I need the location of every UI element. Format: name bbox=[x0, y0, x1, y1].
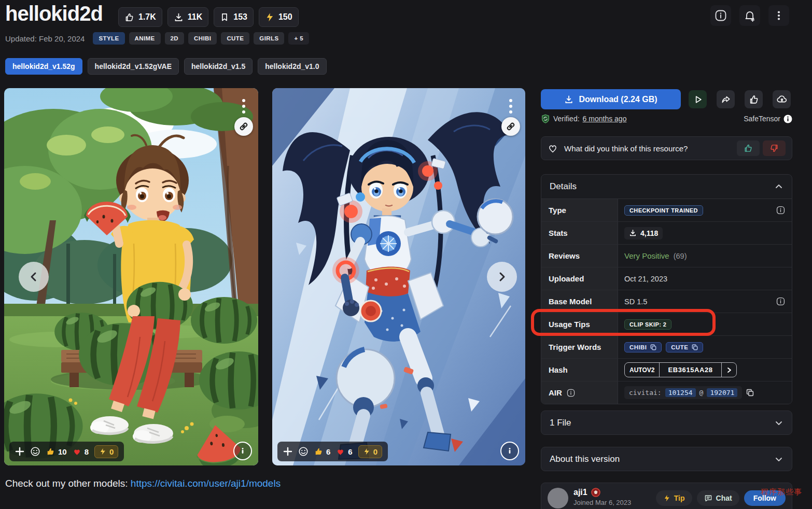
run-model-button[interactable] bbox=[689, 90, 707, 108]
info-button[interactable] bbox=[710, 5, 731, 26]
emoji-reaction-icon[interactable] bbox=[30, 446, 40, 457]
carousel-next-button[interactable] bbox=[487, 262, 517, 292]
notification-button[interactable] bbox=[739, 5, 760, 26]
bookmark-icon bbox=[220, 12, 229, 22]
tag-girls[interactable]: GIRLS bbox=[254, 32, 284, 45]
civitai-model-page: hellokid2d 1.7K 11K 153 150 Updated bbox=[0, 0, 812, 509]
trigger-word-chibi[interactable]: CHIBI bbox=[624, 342, 662, 352]
version-v10[interactable]: hellokid2d_v1.0 bbox=[258, 58, 326, 75]
creator-card: aji1 Joined Mar 6, 2023 Tip Chat Follow bbox=[541, 483, 792, 509]
copy-link-button[interactable] bbox=[501, 117, 520, 136]
hash-pill[interactable]: AUTOV2 EB3615AA28 bbox=[624, 362, 737, 377]
heart-reaction[interactable]: 8 bbox=[73, 447, 89, 456]
hash-next-button[interactable] bbox=[721, 363, 736, 377]
reviews-count: (69) bbox=[674, 252, 687, 260]
trigger-word-cute[interactable]: CUTE bbox=[666, 342, 703, 352]
chat-bubble-icon bbox=[704, 494, 712, 502]
like-model-button[interactable] bbox=[745, 90, 763, 108]
download-button[interactable]: Download (2.24 GB) bbox=[541, 89, 681, 109]
image-info-button[interactable] bbox=[500, 442, 519, 460]
like-reaction[interactable]: 10 bbox=[46, 447, 67, 456]
play-icon bbox=[693, 94, 703, 105]
like-count: 10 bbox=[58, 447, 67, 456]
air-info-icon[interactable] bbox=[566, 388, 576, 398]
chat-button[interactable]: Chat bbox=[697, 490, 739, 506]
zap-reaction[interactable]: 0 bbox=[358, 445, 382, 458]
share-button[interactable] bbox=[717, 90, 735, 108]
tag-more[interactable]: + 5 bbox=[288, 32, 309, 45]
tag-style[interactable]: STYLE bbox=[93, 32, 124, 45]
version-v152gvae[interactable]: hellokid2d_v1.52gVAE bbox=[88, 58, 179, 75]
zap-count: 0 bbox=[109, 447, 114, 456]
thumbs-down-feedback-button[interactable] bbox=[763, 140, 786, 156]
kebab-menu-icon bbox=[239, 97, 249, 116]
chevron-up-icon bbox=[774, 182, 783, 191]
tip-button[interactable]: Tip bbox=[656, 490, 692, 506]
image-menu-button[interactable] bbox=[505, 96, 517, 117]
creator-name[interactable]: aji1 bbox=[573, 488, 587, 497]
copy-icon[interactable] bbox=[650, 344, 656, 350]
vault-button[interactable] bbox=[773, 90, 791, 108]
trigger-words-label: Trigger Words bbox=[541, 336, 618, 358]
copy-icon[interactable] bbox=[746, 389, 754, 397]
gallery-image-1[interactable]: 10 8 0 bbox=[4, 88, 258, 465]
files-panel[interactable]: 1 File bbox=[541, 411, 792, 435]
creator-avatar[interactable] bbox=[548, 488, 568, 508]
thumb-down-icon bbox=[769, 144, 779, 153]
hash-type: AUTOV2 bbox=[625, 363, 660, 377]
bookmark-count-chip[interactable]: 153 bbox=[214, 7, 254, 27]
zap-reaction[interactable]: 0 bbox=[94, 445, 118, 458]
thumb-up-emoji-icon bbox=[314, 447, 323, 456]
tag-anime[interactable]: ANIME bbox=[129, 32, 161, 45]
reviews-label: Reviews bbox=[541, 245, 618, 267]
thumbs-up-feedback-button[interactable] bbox=[737, 140, 760, 156]
like-count: 6 bbox=[326, 447, 330, 456]
thumb-up-icon bbox=[749, 94, 759, 105]
link-icon bbox=[236, 119, 251, 134]
link-icon bbox=[503, 119, 518, 134]
like-count-chip[interactable]: 1.7K bbox=[118, 7, 162, 27]
tag-chibi[interactable]: CHIBI bbox=[188, 32, 217, 45]
air-model-id: 101254 bbox=[665, 388, 696, 397]
chevron-down-icon bbox=[774, 455, 783, 464]
image-info-button[interactable] bbox=[233, 442, 252, 460]
about-version-panel[interactable]: About this version bbox=[541, 447, 792, 471]
version-v15[interactable]: hellokid2d_v1.5 bbox=[184, 58, 253, 75]
format-info-icon[interactable] bbox=[783, 115, 792, 123]
download-label: Download (2.24 GB) bbox=[579, 95, 657, 104]
download-stat-pill: 4,118 bbox=[624, 227, 663, 239]
copy-link-button[interactable] bbox=[234, 117, 253, 136]
download-total: 4,118 bbox=[640, 229, 658, 237]
heart-count: 6 bbox=[348, 447, 352, 456]
download-icon bbox=[629, 229, 637, 237]
zap-count-chip[interactable]: 150 bbox=[259, 7, 299, 27]
version-v152g[interactable]: hellokid2d_v1.52g bbox=[5, 58, 82, 75]
add-reaction-icon[interactable] bbox=[283, 447, 292, 456]
tag-cute[interactable]: CUTE bbox=[221, 32, 249, 45]
kebab-menu-icon bbox=[506, 97, 516, 116]
note-text: Check out my other models: bbox=[5, 478, 131, 489]
more-options-button[interactable] bbox=[768, 5, 789, 26]
type-label: Type bbox=[541, 199, 618, 221]
heart-icon bbox=[73, 447, 81, 456]
type-info-icon[interactable] bbox=[776, 205, 786, 215]
page-actions bbox=[710, 5, 789, 26]
tag-2d[interactable]: 2D bbox=[165, 32, 185, 45]
like-reaction[interactable]: 6 bbox=[314, 447, 330, 456]
emoji-reaction-icon[interactable] bbox=[298, 446, 309, 457]
add-reaction-icon[interactable] bbox=[15, 447, 24, 456]
clip-skip-badge: CLIP SKIP: 2 bbox=[624, 319, 671, 330]
verified-time-link[interactable]: 6 months ago bbox=[583, 115, 627, 123]
heart-reaction[interactable]: 6 bbox=[336, 447, 352, 456]
carousel-prev-button[interactable] bbox=[19, 262, 49, 292]
gallery-image-2[interactable]: 6 6 0 bbox=[272, 88, 525, 465]
copy-icon[interactable] bbox=[692, 344, 698, 350]
air-identifier: civitai: 101254 @ 192071 bbox=[624, 386, 742, 399]
image-menu-button[interactable] bbox=[237, 96, 250, 117]
base-model-info-icon[interactable] bbox=[776, 296, 786, 306]
creator-badge-icon bbox=[591, 488, 600, 497]
detail-row-stats: Stats 4,118 bbox=[541, 222, 792, 245]
other-models-link[interactable]: https://civitai.com/user/aji1/models bbox=[131, 478, 281, 489]
details-panel-header[interactable]: Details bbox=[541, 175, 792, 199]
reviews-rating[interactable]: Very Positive bbox=[624, 251, 669, 260]
